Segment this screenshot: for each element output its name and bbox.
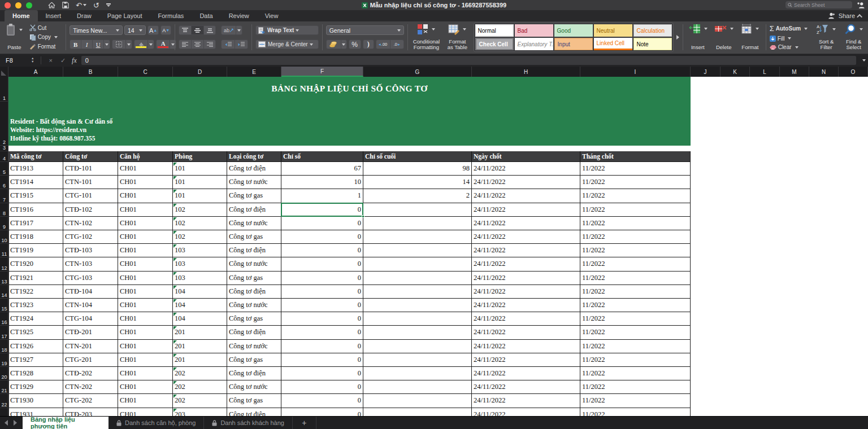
cell-G15[interactable] <box>363 299 472 312</box>
cell-C16[interactable]: CH01 <box>118 312 173 326</box>
collapse-ribbon-icon[interactable] <box>857 14 862 19</box>
cell-G6[interactable]: 14 <box>363 176 472 189</box>
align-center-button[interactable] <box>191 40 203 49</box>
cell-C11[interactable]: CH01 <box>118 244 173 257</box>
cell-B20[interactable]: CTĐ-202 <box>63 367 118 380</box>
underline-button[interactable]: U <box>92 40 103 49</box>
cell-F20[interactable]: 0 <box>281 367 363 380</box>
cell-I6[interactable]: 11/2022 <box>580 176 691 189</box>
cell-I18[interactable]: 11/2022 <box>580 340 691 353</box>
cell-B13[interactable]: CTG-103 <box>63 272 118 285</box>
sheet-tab-locked-2[interactable]: Danh sách khách hàng <box>204 417 293 429</box>
orientation-button[interactable]: ab <box>221 25 236 35</box>
cell-H8[interactable]: 24/11/2022 <box>472 203 580 217</box>
insert-function-icon[interactable]: fx <box>72 56 77 65</box>
cell-A19[interactable]: CT1927 <box>8 353 63 367</box>
close-window-button[interactable] <box>5 2 11 8</box>
cell-A15[interactable]: CT1923 <box>8 299 63 312</box>
italic-button[interactable]: I <box>81 40 92 49</box>
cell-E19[interactable]: Công tơ gas <box>227 353 281 367</box>
cell-B11[interactable]: CTĐ-103 <box>63 244 118 257</box>
cell-G9[interactable] <box>363 217 472 230</box>
cell-B18[interactable]: CTN-201 <box>63 340 118 353</box>
cell-B8[interactable]: CTĐ-102 <box>63 203 118 217</box>
cell-A6[interactable]: CT1914 <box>8 176 63 189</box>
cell-E18[interactable]: Công tơ nước <box>227 340 281 353</box>
cell-F14[interactable]: 0 <box>281 285 363 299</box>
tab-draw[interactable]: Draw <box>69 10 99 21</box>
merge-center-button[interactable]: Merge & Center <box>255 40 319 49</box>
search-input[interactable]: Search Sheet <box>785 1 852 8</box>
style-explanatory[interactable]: Explanatory T... <box>515 38 553 50</box>
cell-F21[interactable]: 0 <box>281 380 363 394</box>
cell-A4[interactable]: Mã công tơ <box>8 151 63 162</box>
style-calculation[interactable]: Calculation <box>633 24 672 37</box>
wrap-text-button[interactable]: Wrap Text <box>255 25 319 35</box>
conditional-formatting-button[interactable]: ConditionalFormatting <box>411 23 442 51</box>
cell-C5[interactable]: CH01 <box>118 162 173 176</box>
cell-E15[interactable]: Công tơ nước <box>227 299 281 312</box>
cell-E16[interactable]: Công tơ gas <box>227 312 281 326</box>
cell-I16[interactable]: 11/2022 <box>580 312 691 326</box>
cell-E5[interactable]: Công tơ điện <box>227 162 281 176</box>
style-note[interactable]: Note <box>633 38 672 50</box>
cell-A11[interactable]: CT1919 <box>8 244 63 257</box>
cell-B12[interactable]: CTN-103 <box>63 257 118 271</box>
format-cells-button[interactable]: Format <box>738 23 762 51</box>
cell-C14[interactable]: CH01 <box>118 285 173 299</box>
cell-D11[interactable]: 103 <box>173 244 227 257</box>
cell-C7[interactable]: CH01 <box>118 189 173 203</box>
cell-H18[interactable]: 24/11/2022 <box>472 340 580 353</box>
clear-button[interactable]: Clear <box>770 44 811 50</box>
cell-D5[interactable]: 101 <box>173 162 227 176</box>
cell-A20[interactable]: CT1928 <box>8 367 63 380</box>
cell-E22[interactable]: Công tơ gas <box>227 394 281 408</box>
cell-B7[interactable]: CTG-101 <box>63 189 118 203</box>
cell-A10[interactable]: CT1918 <box>8 230 63 244</box>
cell-D20[interactable]: 202 <box>173 367 227 380</box>
cell-D7[interactable]: 101 <box>173 189 227 203</box>
cell-C22[interactable]: CH01 <box>118 394 173 408</box>
cell-G22[interactable] <box>363 394 472 408</box>
cell-H11[interactable]: 24/11/2022 <box>472 244 580 257</box>
cell-B5[interactable]: CTĐ-101 <box>63 162 118 176</box>
cell-G19[interactable] <box>363 353 472 367</box>
fill-button[interactable]: Fill <box>770 36 811 42</box>
cell-G17[interactable] <box>363 326 472 339</box>
cell-C20[interactable]: CH01 <box>118 367 173 380</box>
cell-B9[interactable]: CTN-102 <box>63 217 118 230</box>
style-bad[interactable]: Bad <box>515 24 553 37</box>
cell-H5[interactable]: 24/11/2022 <box>472 162 580 176</box>
cell-C8[interactable]: CH01 <box>118 203 173 217</box>
cell-H9[interactable]: 24/11/2022 <box>472 217 580 230</box>
style-normal[interactable]: Normal <box>475 24 514 37</box>
cell-F12[interactable]: 0 <box>281 257 363 271</box>
cell-D18[interactable]: 201 <box>173 340 227 353</box>
align-top-button[interactable] <box>179 25 191 35</box>
cell-B21[interactable]: CTN-202 <box>63 380 118 394</box>
cell-G14[interactable] <box>363 285 472 299</box>
cell-H15[interactable]: 24/11/2022 <box>472 299 580 312</box>
cell-G12[interactable] <box>363 257 472 271</box>
copy-button[interactable]: Copy <box>29 34 63 41</box>
cell-F15[interactable]: 0 <box>281 299 363 312</box>
cell-I8[interactable]: 11/2022 <box>580 203 691 217</box>
cell-G8[interactable] <box>363 203 472 217</box>
cell-F7[interactable]: 1 <box>281 189 363 203</box>
cell-B6[interactable]: CTN-101 <box>63 176 118 189</box>
cell-E20[interactable]: Công tơ điện <box>227 367 281 380</box>
cell-C6[interactable]: CH01 <box>118 176 173 189</box>
name-box-stepper[interactable]: ▲▼ <box>31 57 34 64</box>
formula-input[interactable]: 0 <box>81 56 856 65</box>
bold-button[interactable]: B <box>70 40 81 49</box>
decrease-decimal-button[interactable]: .0▸ <box>390 40 404 49</box>
tab-home[interactable]: Home <box>5 10 38 21</box>
cell-A16[interactable]: CT1924 <box>8 312 63 326</box>
quick-access-menu-icon[interactable] <box>106 3 111 7</box>
align-middle-button[interactable] <box>191 25 203 35</box>
cut-button[interactable]: Cut <box>29 24 63 31</box>
cell-A5[interactable]: CT1913 <box>8 162 63 176</box>
cell-H17[interactable]: 24/11/2022 <box>472 326 580 339</box>
borders-button[interactable] <box>112 40 125 49</box>
cell-B4[interactable]: Công tơ <box>63 151 118 162</box>
